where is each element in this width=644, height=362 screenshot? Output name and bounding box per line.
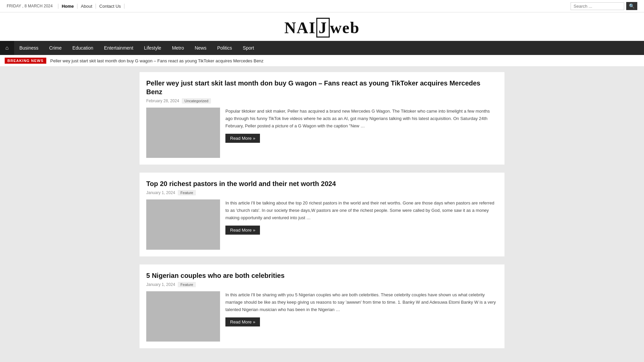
- nav-home-icon-link[interactable]: ⌂: [0, 41, 14, 55]
- read-more-button[interactable]: Read More »: [225, 134, 260, 143]
- article-meta: February 28, 2024 Uncategorized: [146, 98, 498, 104]
- search-input[interactable]: [571, 2, 624, 10]
- article-excerpt: In this article I'll be sharing with you…: [225, 291, 498, 313]
- nav-lifestyle[interactable]: Lifestyle: [139, 41, 166, 55]
- article-item: 5 Nigerian couples who are both celebrit…: [140, 264, 504, 348]
- breaking-text: Peller wey just start skit last month do…: [50, 58, 264, 63]
- main-nav: ⌂ Business Crime Education Entertainment…: [0, 41, 644, 55]
- site-logo[interactable]: NAIJweb: [0, 18, 644, 37]
- article-meta: January 1, 2024 Feature: [146, 282, 498, 287]
- article-excerpt-wrap: In this article I'll be talking about th…: [225, 199, 498, 250]
- read-more-button[interactable]: Read More »: [225, 317, 260, 326]
- article-date: January 1, 2024: [146, 282, 175, 287]
- article-thumbnail: [146, 108, 220, 158]
- article-body: Popular tiktoker and skit maker, Peller …: [146, 108, 498, 158]
- nav-business[interactable]: Business: [14, 41, 44, 55]
- article-title[interactable]: Peller wey just start skit last month do…: [146, 79, 498, 96]
- breaking-badge: Breaking News: [5, 58, 46, 64]
- nav-contact[interactable]: Contact Us: [96, 4, 124, 9]
- nav-home[interactable]: Home: [58, 4, 77, 9]
- home-icon: ⌂: [5, 45, 9, 51]
- article-thumbnail: [146, 291, 220, 342]
- nav-news[interactable]: News: [189, 41, 212, 55]
- article-category[interactable]: Uncategorized: [182, 98, 211, 104]
- top-bar-nav: Home About Contact Us: [58, 4, 124, 9]
- article-item: Peller wey just start skit last month do…: [140, 72, 504, 165]
- read-more-button[interactable]: Read More »: [225, 226, 260, 235]
- article-category[interactable]: Feature: [178, 282, 196, 287]
- search-button[interactable]: 🔍: [626, 2, 637, 10]
- nav-politics[interactable]: Politics: [212, 41, 237, 55]
- nav-entertainment[interactable]: Entertainment: [99, 41, 139, 55]
- nav-sport[interactable]: Sport: [237, 41, 259, 55]
- top-bar: FRIDAY , 8 MARCH 2024 Home About Contact…: [0, 0, 644, 12]
- article-title[interactable]: 5 Nigerian couples who are both celebrit…: [146, 271, 498, 280]
- search-icon: 🔍: [629, 3, 635, 9]
- article-excerpt: In this article I'll be talking about th…: [225, 199, 498, 222]
- article-date: January 1, 2024: [146, 190, 175, 195]
- article-date: February 28, 2024: [146, 99, 179, 103]
- logo-text: NAIJweb: [284, 19, 360, 37]
- article-excerpt: Popular tiktoker and skit maker, Peller …: [225, 108, 498, 130]
- article-body: In this article I'll be sharing with you…: [146, 291, 498, 342]
- date-label: FRIDAY , 8 MARCH 2024: [7, 4, 53, 8]
- breaking-news-bar: Breaking News Peller wey just start skit…: [0, 55, 644, 67]
- top-bar-right: 🔍: [571, 2, 637, 10]
- main-content: Peller wey just start skit last month do…: [134, 67, 510, 362]
- nav-education[interactable]: Education: [67, 41, 99, 55]
- article-item: Top 20 richest pastors in the world and …: [140, 173, 504, 256]
- top-bar-left: FRIDAY , 8 MARCH 2024 Home About Contact…: [7, 4, 124, 9]
- article-excerpt-wrap: Popular tiktoker and skit maker, Peller …: [225, 108, 498, 158]
- article-body: In this article I'll be talking about th…: [146, 199, 498, 250]
- article-category[interactable]: Feature: [178, 190, 196, 195]
- nav-crime[interactable]: Crime: [44, 41, 67, 55]
- article-title[interactable]: Top 20 richest pastors in the world and …: [146, 179, 498, 188]
- nav-about[interactable]: About: [77, 4, 96, 9]
- logo-area: NAIJweb: [0, 12, 644, 41]
- article-excerpt-wrap: In this article I'll be sharing with you…: [225, 291, 498, 342]
- article-thumbnail: [146, 199, 220, 250]
- nav-metro[interactable]: Metro: [167, 41, 190, 55]
- article-meta: January 1, 2024 Feature: [146, 190, 498, 195]
